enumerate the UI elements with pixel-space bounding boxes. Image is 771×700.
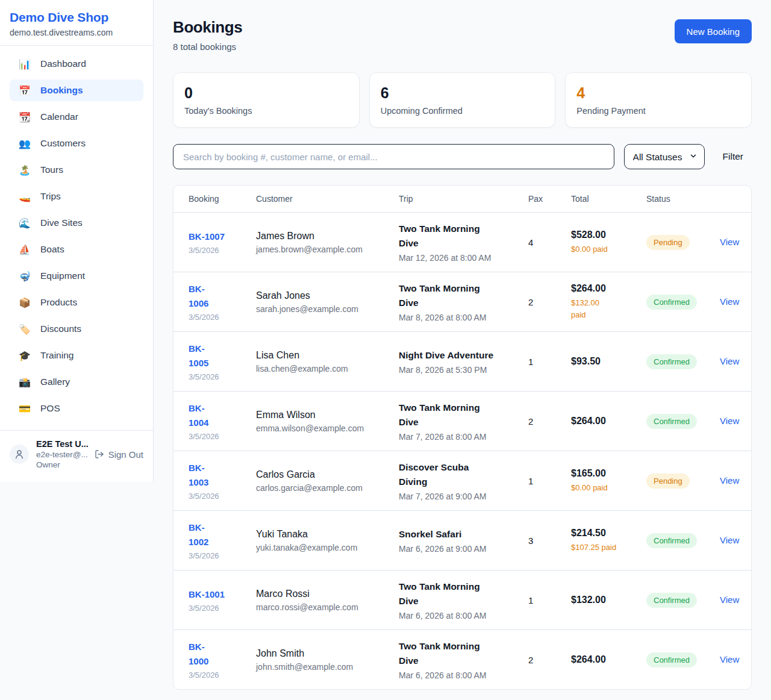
sidebar-item-gallery[interactable]: 📸 Gallery [10, 371, 143, 393]
view-link[interactable]: View [720, 654, 739, 664]
booking-id-link[interactable]: BK-1001 [189, 587, 225, 601]
sidebar-item-dashboard[interactable]: 📊 Dashboard [10, 53, 143, 75]
view-link[interactable]: View [720, 356, 739, 366]
table-row: BK- 1003 3/5/2026 Carlos Garcia carlos.g… [173, 451, 751, 510]
total-amount: $93.50 [571, 356, 646, 367]
pax-count: 1 [528, 476, 571, 486]
customers-icon: 👥 [19, 138, 30, 149]
booking-id-link[interactable]: BK- 1000 [189, 640, 208, 668]
wave-icon: 🌊 [19, 217, 30, 229]
trip-name: Two Tank Morning Dive [399, 222, 528, 250]
total-amount: $264.00 [571, 283, 646, 294]
total-amount: $528.00 [571, 230, 646, 240]
calendar-icon: 📆 [19, 111, 30, 123]
brand-title[interactable]: Demo Dive Shop [10, 10, 143, 25]
booking-date: 3/5/2026 [189, 313, 256, 322]
col-header-status: Status [646, 194, 720, 204]
user-email: e2e-tester@... [36, 450, 87, 459]
customer-name: Emma Wilson [256, 410, 399, 420]
sidebar-item-pos[interactable]: 💳 POS [10, 398, 143, 419]
sidebar-item-label: POS [40, 403, 60, 414]
trip-name: Two Tank Morning Dive [399, 401, 528, 429]
stat-card-pending-payment: 4 Pending Payment [565, 72, 752, 128]
person-icon [14, 449, 25, 460]
stat-label: Upcoming Confirmed [381, 106, 545, 116]
sidebar-item-training[interactable]: 🎓 Training [10, 345, 143, 366]
view-link[interactable]: View [720, 535, 739, 545]
sidebar-item-discounts[interactable]: 🏷️ Discounts [10, 318, 143, 340]
bookings-table: Booking Customer Trip Pax Total Status B… [173, 185, 752, 690]
sidebar-item-bookings[interactable]: 📅 Bookings [10, 80, 143, 101]
sidebar-item-boats[interactable]: ⛵ Boats [10, 239, 143, 260]
booking-id-link[interactable]: BK- 1006 [189, 282, 208, 310]
table-row: BK-1007 3/5/2026 James Brown james.brown… [173, 212, 751, 272]
status-badge: Confirmed [646, 295, 697, 310]
stats-row: 0 Today's Bookings 6 Upcoming Confirmed … [173, 72, 752, 128]
sign-out-label: Sign Out [108, 449, 143, 460]
customer-email: sarah.jones@example.com [256, 304, 399, 314]
logout-icon [95, 449, 104, 459]
sidebar-item-label: Training [40, 350, 73, 361]
trip-datetime: Mar 6, 2026 at 8:00 AM [399, 670, 528, 680]
table-row: BK- 1002 3/5/2026 Yuki Tanaka yuki.tanak… [173, 510, 751, 570]
speedboat-icon: 🚤 [19, 191, 30, 202]
island-icon: 🏝️ [19, 164, 30, 176]
sidebar-item-dive-sites[interactable]: 🌊 Dive Sites [10, 212, 143, 234]
view-link[interactable]: View [720, 416, 739, 426]
total-amount: $132.00 [571, 595, 646, 605]
view-link[interactable]: View [720, 595, 739, 605]
sign-out-button[interactable]: Sign Out [95, 449, 143, 460]
booking-date: 3/5/2026 [189, 432, 256, 441]
status-filter-select[interactable]: All Statuses [624, 144, 705, 169]
table-row: BK- 1006 3/5/2026 Sarah Jones sarah.jone… [173, 272, 751, 331]
total-amount: $264.00 [571, 654, 646, 665]
booking-date: 3/5/2026 [189, 670, 256, 680]
dashboard-icon: 📊 [19, 58, 30, 70]
sidebar-item-label: Trips [40, 191, 61, 202]
sidebar-item-tours[interactable]: 🏝️ Tours [10, 159, 143, 181]
booking-id-link[interactable]: BK-1007 [189, 230, 225, 243]
table-row: BK- 1000 3/5/2026 John Smith john.smith@… [173, 630, 751, 689]
total-amount: $264.00 [571, 416, 646, 427]
sidebar-item-equipment[interactable]: 🤿 Equipment [10, 265, 143, 287]
paid-amount: $0.00 paid [571, 482, 646, 494]
booking-date: 3/5/2026 [189, 604, 256, 613]
avatar [10, 445, 29, 464]
sidebar-item-label: Discounts [40, 323, 81, 334]
booking-date: 3/5/2026 [189, 492, 256, 501]
search-input[interactable] [173, 144, 614, 169]
trip-name: Two Tank Morning Dive [399, 639, 528, 667]
customer-email: john.smith@example.com [256, 662, 399, 672]
booking-id-link[interactable]: BK- 1004 [189, 401, 208, 430]
view-link[interactable]: View [720, 296, 739, 307]
customer-email: marco.rossi@example.com [256, 602, 399, 612]
sidebar-item-label: Customers [40, 138, 86, 149]
table-row: BK- 1005 3/5/2026 Lisa Chen lisa.chen@ex… [173, 331, 751, 391]
paid-amount: $132.00 paid [571, 297, 646, 320]
view-link[interactable]: View [720, 475, 739, 486]
trip-datetime: Mar 7, 2026 at 9:00 AM [399, 492, 528, 501]
sidebar-item-label: Products [40, 297, 77, 308]
user-section: E2E Test U... e2e-tester@... Owner Sign … [0, 430, 153, 478]
sidebar-item-products[interactable]: 📦 Products [10, 292, 143, 313]
pax-count: 1 [528, 595, 571, 605]
stat-value: 4 [576, 84, 740, 102]
sidebar-item-calendar[interactable]: 📆 Calendar [10, 106, 143, 128]
view-link[interactable]: View [720, 237, 739, 247]
booking-id-link[interactable]: BK- 1003 [189, 461, 208, 489]
main-content: Bookings 8 total bookings New Booking 0 … [154, 0, 771, 700]
filter-button[interactable]: Filter [714, 151, 752, 162]
booking-id-link[interactable]: BK- 1002 [189, 520, 208, 549]
sidebar-item-label: Tours [40, 164, 63, 175]
new-booking-button[interactable]: New Booking [675, 19, 752, 43]
booking-id-link[interactable]: BK- 1005 [189, 342, 208, 370]
package-icon: 📦 [19, 297, 30, 308]
status-badge: Confirmed [646, 593, 697, 608]
sidebar-item-trips[interactable]: 🚤 Trips [10, 186, 143, 207]
sidebar-item-customers[interactable]: 👥 Customers [10, 133, 143, 154]
brand-block: Demo Dive Shop demo.test.divestreams.com [0, 0, 153, 46]
pax-count: 4 [528, 237, 571, 248]
total-amount: $165.00 [571, 468, 646, 479]
stat-card-upcoming-confirmed: 6 Upcoming Confirmed [369, 72, 556, 128]
status-filter-wrap: All Statuses [624, 144, 705, 169]
